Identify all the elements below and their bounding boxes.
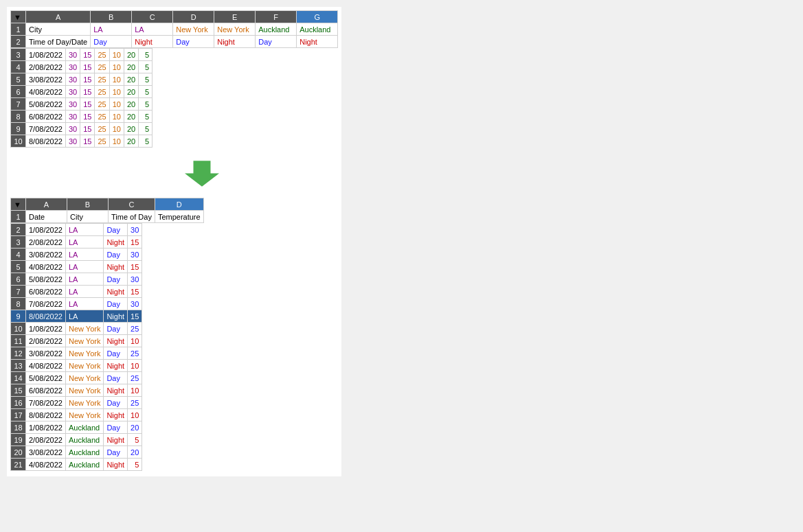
table-row: 203/08/2022AucklandDay20 xyxy=(11,446,142,459)
corner-cell: ▼ xyxy=(11,11,26,23)
temp-cell: 25 xyxy=(128,372,142,384)
cell: 25 xyxy=(95,61,109,73)
cell: 15 xyxy=(80,49,95,61)
city-cell: New York xyxy=(65,384,103,397)
city-cell: LA xyxy=(65,298,103,310)
date-cell: 1/08/2022 xyxy=(26,323,66,335)
date-cell: 2/08/2022 xyxy=(26,434,66,446)
cell: 20 xyxy=(124,111,138,123)
temp-cell: 10 xyxy=(128,409,142,421)
cell: 25 xyxy=(95,49,109,61)
bottom-col-header-a: A xyxy=(26,198,67,211)
date-cell: 4/08/2022 xyxy=(26,459,66,471)
row-header: 5 xyxy=(11,261,26,273)
temp-cell: 15 xyxy=(128,236,142,248)
table-row: 112/08/2022New YorkNight10 xyxy=(11,335,142,347)
cell: 5 xyxy=(139,98,152,111)
cell-c2: Night xyxy=(132,36,173,48)
table-row: 42/08/202230152510205 xyxy=(11,61,152,73)
cell: 5 xyxy=(11,73,26,86)
date-cell: 2/08/2022 xyxy=(26,335,66,347)
cell-c1: LA xyxy=(132,23,173,36)
cell: 4 xyxy=(11,61,26,73)
table-row: 192/08/2022AucklandNight5 xyxy=(11,434,142,446)
table-row: 21/08/2022LADay30 xyxy=(11,224,142,236)
cell: 25 xyxy=(95,123,109,135)
cell: 25 xyxy=(95,98,109,111)
bottom-corner-cell: ▼ xyxy=(11,198,26,211)
date-cell: 7/08/2022 xyxy=(26,298,66,310)
cell: 15 xyxy=(80,86,95,98)
cell: 8/08/2022 xyxy=(26,135,66,148)
row-header: 9 xyxy=(11,310,26,323)
row-header: 3 xyxy=(11,236,26,248)
col-header-a: A xyxy=(26,11,91,23)
cell: 10 xyxy=(109,61,124,73)
table-row: 101/08/2022New YorkDay25 xyxy=(11,323,142,335)
temp-cell: 10 xyxy=(128,335,142,347)
city-cell: New York xyxy=(65,335,103,347)
cell: 20 xyxy=(124,135,138,148)
date-cell: 1/08/2022 xyxy=(26,224,66,236)
svg-marker-0 xyxy=(185,161,219,187)
row-header: 16 xyxy=(11,397,26,409)
table-row: 54/08/2022LANight15 xyxy=(11,261,142,273)
city-cell: New York xyxy=(65,347,103,360)
table-row: 108/08/202230152510205 xyxy=(11,135,152,148)
cell-g2: Night xyxy=(297,36,338,48)
temp-cell: 25 xyxy=(128,323,142,335)
date-cell: 3/08/2022 xyxy=(26,446,66,459)
bottom-cell-c1: Time of Day xyxy=(109,211,155,223)
cell: 3 xyxy=(11,49,26,61)
date-cell: 7/08/2022 xyxy=(26,397,66,409)
top-spreadsheet: ▼ A B C D E F G 1 City LA LA New York Ne… xyxy=(10,10,338,148)
row-header: 18 xyxy=(11,421,26,434)
tod-cell: Day xyxy=(104,397,128,409)
cell: 15 xyxy=(80,61,95,73)
cell: 30 xyxy=(65,49,80,61)
cell-e1: New York xyxy=(214,23,256,36)
cell: 5 xyxy=(139,61,152,73)
date-cell: 6/08/2022 xyxy=(26,384,66,397)
bottom-cell-d1: Temperature xyxy=(155,211,203,223)
row-header: 10 xyxy=(11,323,26,335)
table-row: 75/08/202230152510205 xyxy=(11,98,152,111)
row-header: 21 xyxy=(11,459,26,471)
cell: 5 xyxy=(139,86,152,98)
cell: 10 xyxy=(11,135,26,148)
table-row: 31/08/202230152510205 xyxy=(11,49,152,61)
cell: 10 xyxy=(109,73,124,86)
date-cell: 6/08/2022 xyxy=(26,286,66,298)
city-cell: Auckland xyxy=(65,421,103,434)
row-header: 14 xyxy=(11,372,26,384)
city-cell: LA xyxy=(65,224,103,236)
cell: 7/08/2022 xyxy=(26,123,66,135)
tod-cell: Day xyxy=(104,323,128,335)
cell: 30 xyxy=(65,98,80,111)
cell: 4/08/2022 xyxy=(26,86,66,98)
temp-cell: 5 xyxy=(128,459,142,471)
tod-cell: Night xyxy=(104,459,128,471)
bottom-col-header-c: C xyxy=(109,198,155,211)
date-cell: 4/08/2022 xyxy=(26,261,66,273)
city-cell: LA xyxy=(65,236,103,248)
row-header: 15 xyxy=(11,384,26,397)
tod-cell: Night xyxy=(104,409,128,421)
city-cell: New York xyxy=(65,397,103,409)
cell: 7 xyxy=(11,98,26,111)
row-header: 4 xyxy=(11,248,26,261)
cell-a1: City xyxy=(26,23,91,36)
bottom-col-header-b: B xyxy=(67,198,109,211)
temp-cell: 30 xyxy=(128,298,142,310)
bottom-cell-a1: Date xyxy=(26,211,67,223)
cell-b2: Day xyxy=(91,36,132,48)
cell-f1: Auckland xyxy=(256,23,297,36)
cell-b1: LA xyxy=(91,23,132,36)
date-cell: 3/08/2022 xyxy=(26,248,66,261)
tod-cell: Day xyxy=(104,347,128,360)
cell-g1: Auckland xyxy=(297,23,338,36)
city-cell: LA xyxy=(65,261,103,273)
table-row: 181/08/2022AucklandDay20 xyxy=(11,421,142,434)
row-header-1: 1 xyxy=(11,23,26,36)
cell: 5 xyxy=(139,49,152,61)
